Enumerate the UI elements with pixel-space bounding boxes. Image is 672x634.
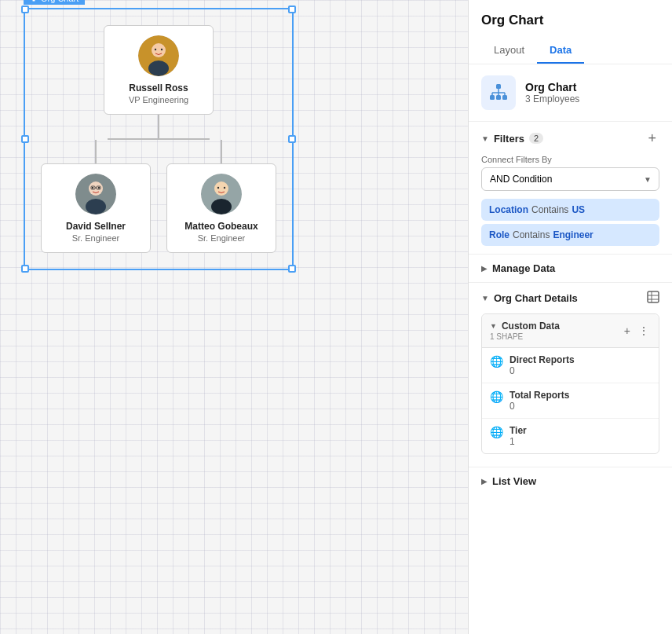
svg-rect-23	[496, 95, 501, 100]
line-down	[158, 115, 159, 138]
tab-layout[interactable]: Layout	[481, 38, 537, 64]
table-icon[interactable]	[647, 291, 659, 306]
node-child-1[interactable]: Matteo Gobeaux Sr. Engineer	[166, 163, 276, 253]
manage-data-chevron: ▶	[481, 264, 488, 273]
chip-location-val: US	[572, 204, 585, 215]
custom-data-title-area: ▼ Custom Data 1 SHAPE	[490, 321, 560, 341]
node-root-title: VP Engineering	[129, 95, 188, 104]
node-child-1-title: Sr. Engineer	[198, 233, 246, 243]
field-tier-name: Tier	[509, 425, 527, 436]
list-view-header[interactable]: ▶ List View	[469, 467, 672, 495]
field-direct-reports-info: Direct Reports 0	[509, 354, 575, 376]
svg-point-18	[211, 199, 232, 214]
data-source: Org Chart 3 Employees	[469, 64, 672, 122]
field-direct-reports-value: 0	[509, 365, 575, 376]
manage-data-header[interactable]: ▶ Manage Data	[469, 255, 672, 282]
node-child-1-name: Matteo Gobeaux	[184, 221, 257, 232]
org-root: Russell Ross VP Engineering	[41, 25, 276, 253]
child-vline-0	[95, 140, 97, 163]
tabs: Layout Data	[481, 38, 659, 64]
org-details-section: ▼ Org Chart Details ▼ C	[469, 283, 672, 467]
datasource-info: Org Chart 3 Employees	[525, 81, 579, 104]
field-total-reports: 🌐 Total Reports 0	[482, 383, 659, 419]
field-direct-reports-name: Direct Reports	[509, 354, 575, 365]
root-connector: Russell Ross VP Engineering	[41, 25, 276, 253]
datasource-count: 3 Employees	[525, 93, 579, 104]
filter-chip-role[interactable]: Role Contains Engineer	[481, 224, 659, 246]
filters-chevron: ▼	[481, 134, 489, 143]
resize-handle-tr[interactable]	[288, 5, 296, 13]
filters-badge: 2	[529, 133, 543, 144]
right-panel: Org Chart Layout Data Org Chart 3 Emp	[468, 0, 672, 634]
connect-select-wrapper: AND Condition OR Condition ▼	[481, 167, 659, 191]
org-details-chevron: ▼	[481, 294, 489, 302]
resize-handle-mr[interactable]	[288, 135, 296, 143]
chip-location-op: Contains	[531, 204, 568, 215]
filters-add-button[interactable]: +	[645, 130, 659, 147]
field-direct-reports: 🌐 Direct Reports 0	[482, 348, 659, 383]
org-details-header[interactable]: ▼ Org Chart Details	[469, 283, 672, 313]
resize-handle-br[interactable]	[288, 265, 296, 273]
custom-data-chevron: ▼	[490, 322, 497, 330]
panel-title: Org Chart	[481, 13, 659, 28]
resize-handle-tl[interactable]	[21, 5, 29, 13]
filters-section: ▼ Filters 2 + Connect Filters By AND Con…	[469, 122, 672, 255]
child-vline-1	[221, 140, 222, 163]
svg-point-19	[217, 187, 219, 189]
svg-point-17	[214, 181, 228, 196]
field-total-reports-value: 0	[509, 401, 569, 412]
resize-handle-ml[interactable]	[21, 135, 29, 143]
svg-point-20	[224, 187, 225, 189]
globe-icon-direct-reports: 🌐	[490, 355, 503, 368]
tab-data[interactable]: Data	[537, 38, 584, 64]
node-child-0[interactable]: David Sellner Sr. Engineer	[41, 163, 151, 253]
filters-content: Connect Filters By AND Condition OR Cond…	[469, 155, 672, 254]
svg-point-10	[86, 199, 106, 214]
resize-handle-bl[interactable]	[21, 265, 29, 273]
globe-icon-tier: 🌐	[490, 426, 503, 438]
filters-section-header[interactable]: ▼ Filters 2 +	[469, 122, 672, 155]
filters-title: Filters	[494, 133, 524, 145]
connect-by-label: Connect Filters By	[469, 155, 672, 167]
custom-data-actions: + ⋮	[623, 323, 651, 339]
field-total-reports-name: Total Reports	[509, 390, 569, 401]
chip-role-op: Contains	[513, 229, 550, 240]
filters-header-left: ▼ Filters 2	[481, 133, 543, 145]
field-total-reports-info: Total Reports 0	[509, 390, 569, 412]
org-details-title: Org Chart Details	[494, 292, 578, 304]
custom-data-header: ▼ Custom Data 1 SHAPE + ⋮	[482, 314, 659, 348]
custom-data-subsection: ▼ Custom Data 1 SHAPE + ⋮ 🌐 Direct Repor…	[481, 313, 659, 454]
custom-data-more-button[interactable]: ⋮	[637, 323, 651, 339]
field-tier: 🌐 Tier 1	[482, 419, 659, 453]
node-child-0-name: David Sellner	[66, 221, 126, 232]
custom-data-add-button[interactable]: +	[623, 323, 632, 339]
connect-select[interactable]: AND Condition OR Condition	[481, 167, 659, 191]
avatar-russell	[138, 35, 179, 76]
chip-role-val: Engineer	[553, 229, 593, 240]
h-line	[108, 138, 210, 140]
svg-rect-2	[33, 0, 35, 2]
node-child-0-title: Sr. Engineer	[72, 233, 120, 243]
chip-location-key: Location	[489, 204, 528, 215]
node-root[interactable]: Russell Ross VP Engineering	[104, 25, 214, 115]
child-connector-1: Matteo Gobeaux Sr. Engineer	[166, 140, 276, 253]
org-details-content: ▼ Custom Data 1 SHAPE + ⋮ 🌐 Direct Repor…	[469, 313, 672, 467]
svg-point-6	[155, 49, 156, 50]
svg-point-4	[152, 43, 166, 57]
manage-data-section: ▶ Manage Data	[469, 255, 672, 283]
manage-data-title: Manage Data	[492, 262, 555, 274]
svg-point-11	[92, 187, 93, 189]
child-connector-0: David Sellner Sr. Engineer	[41, 140, 151, 253]
field-tier-value: 1	[509, 436, 527, 447]
panel-header: Org Chart Layout Data	[469, 0, 672, 64]
org-chart-label: Org Chart	[24, 0, 85, 5]
org-chart-selection[interactable]: Org Chart	[24, 8, 294, 270]
custom-data-title: Custom Data	[502, 321, 560, 332]
filter-chip-location[interactable]: Location Contains US	[481, 199, 659, 221]
custom-data-sublabel: 1 SHAPE	[490, 332, 560, 341]
chip-role-key: Role	[489, 229, 509, 240]
svg-point-7	[161, 49, 163, 50]
org-details-header-left: ▼ Org Chart Details	[481, 292, 578, 304]
field-tier-info: Tier 1	[509, 425, 527, 447]
svg-rect-24	[502, 95, 507, 100]
